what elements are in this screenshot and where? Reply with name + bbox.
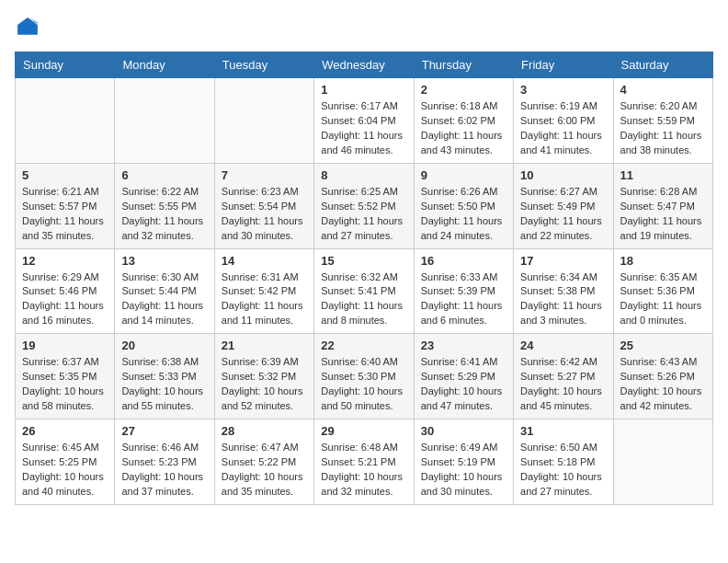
calendar-cell: 11Sunrise: 6:28 AM Sunset: 5:47 PM Dayli… [613, 163, 712, 248]
calendar-cell [115, 78, 214, 164]
calendar-cell: 22Sunrise: 6:40 AM Sunset: 5:30 PM Dayli… [314, 334, 414, 419]
day-number: 22 [321, 339, 406, 352]
calendar-cell [613, 419, 712, 505]
day-number: 12 [22, 254, 108, 268]
cell-content: Sunrise: 6:43 AM Sunset: 5:26 PM Dayligh… [620, 355, 706, 414]
cell-content: Sunrise: 6:39 AM Sunset: 5:32 PM Dayligh… [222, 355, 307, 414]
day-number: 14 [222, 254, 307, 268]
day-number: 10 [520, 168, 606, 182]
day-number: 25 [620, 339, 706, 352]
cell-content: Sunrise: 6:50 AM Sunset: 5:18 PM Dayligh… [520, 441, 606, 500]
calendar-cell: 13Sunrise: 6:30 AM Sunset: 5:44 PM Dayli… [115, 248, 214, 334]
cell-content: Sunrise: 6:45 AM Sunset: 5:25 PM Dayligh… [22, 441, 108, 500]
calendar-cell: 2Sunrise: 6:18 AM Sunset: 6:02 PM Daylig… [414, 78, 513, 164]
cell-content: Sunrise: 6:29 AM Sunset: 5:46 PM Dayligh… [22, 270, 108, 329]
calendar-cell: 1Sunrise: 6:17 AM Sunset: 6:04 PM Daylig… [314, 78, 414, 164]
day-number: 7 [222, 168, 307, 182]
header [15, 15, 713, 40]
calendar-cell [214, 78, 313, 164]
calendar-header-saturday: Saturday [613, 52, 712, 78]
svg-marker-0 [17, 17, 38, 35]
cell-content: Sunrise: 6:28 AM Sunset: 5:47 PM Dayligh… [620, 185, 706, 244]
calendar-header-row: SundayMondayTuesdayWednesdayThursdayFrid… [16, 52, 713, 78]
day-number: 28 [222, 424, 307, 438]
calendar-cell: 8Sunrise: 6:25 AM Sunset: 5:52 PM Daylig… [314, 163, 414, 248]
calendar-header-thursday: Thursday [414, 52, 513, 78]
calendar-week-row: 5Sunrise: 6:21 AM Sunset: 5:57 PM Daylig… [16, 163, 713, 248]
calendar-cell: 25Sunrise: 6:43 AM Sunset: 5:26 PM Dayli… [613, 334, 712, 419]
day-number: 8 [321, 168, 406, 182]
calendar-cell: 12Sunrise: 6:29 AM Sunset: 5:46 PM Dayli… [16, 248, 115, 334]
cell-content: Sunrise: 6:49 AM Sunset: 5:19 PM Dayligh… [421, 441, 506, 500]
day-number: 15 [321, 254, 406, 268]
calendar-cell: 6Sunrise: 6:22 AM Sunset: 5:55 PM Daylig… [115, 163, 214, 248]
day-number: 11 [620, 168, 706, 182]
day-number: 27 [121, 424, 207, 438]
cell-content: Sunrise: 6:21 AM Sunset: 5:57 PM Dayligh… [22, 185, 108, 244]
cell-content: Sunrise: 6:31 AM Sunset: 5:42 PM Dayligh… [222, 270, 307, 329]
day-number: 21 [222, 339, 307, 352]
calendar-cell: 31Sunrise: 6:50 AM Sunset: 5:18 PM Dayli… [514, 419, 613, 505]
calendar-cell: 9Sunrise: 6:26 AM Sunset: 5:50 PM Daylig… [414, 163, 513, 248]
day-number: 4 [620, 83, 706, 97]
calendar-cell: 5Sunrise: 6:21 AM Sunset: 5:57 PM Daylig… [16, 163, 115, 248]
calendar-cell: 28Sunrise: 6:47 AM Sunset: 5:22 PM Dayli… [214, 419, 313, 505]
day-number: 9 [421, 168, 506, 182]
cell-content: Sunrise: 6:32 AM Sunset: 5:41 PM Dayligh… [321, 270, 406, 329]
calendar-cell: 29Sunrise: 6:48 AM Sunset: 5:21 PM Dayli… [314, 419, 414, 505]
calendar-cell: 24Sunrise: 6:42 AM Sunset: 5:27 PM Dayli… [514, 334, 613, 419]
calendar-cell: 14Sunrise: 6:31 AM Sunset: 5:42 PM Dayli… [214, 248, 313, 334]
calendar-week-row: 19Sunrise: 6:37 AM Sunset: 5:35 PM Dayli… [16, 334, 713, 419]
day-number: 17 [520, 254, 606, 268]
calendar-cell: 4Sunrise: 6:20 AM Sunset: 5:59 PM Daylig… [613, 78, 712, 164]
day-number: 30 [421, 424, 506, 438]
calendar-cell: 10Sunrise: 6:27 AM Sunset: 5:49 PM Dayli… [514, 163, 613, 248]
calendar-header-sunday: Sunday [16, 52, 115, 78]
day-number: 23 [421, 339, 506, 352]
cell-content: Sunrise: 6:33 AM Sunset: 5:39 PM Dayligh… [421, 270, 506, 329]
cell-content: Sunrise: 6:41 AM Sunset: 5:29 PM Dayligh… [421, 355, 506, 414]
calendar-header-tuesday: Tuesday [214, 52, 313, 78]
cell-content: Sunrise: 6:20 AM Sunset: 5:59 PM Dayligh… [620, 99, 706, 158]
cell-content: Sunrise: 6:40 AM Sunset: 5:30 PM Dayligh… [321, 355, 406, 414]
calendar-header-wednesday: Wednesday [314, 52, 414, 78]
day-number: 18 [620, 254, 706, 268]
calendar-cell: 26Sunrise: 6:45 AM Sunset: 5:25 PM Dayli… [16, 419, 115, 505]
calendar: SundayMondayTuesdayWednesdayThursdayFrid… [15, 52, 713, 505]
cell-content: Sunrise: 6:42 AM Sunset: 5:27 PM Dayligh… [520, 355, 606, 414]
cell-content: Sunrise: 6:37 AM Sunset: 5:35 PM Dayligh… [22, 355, 108, 414]
cell-content: Sunrise: 6:19 AM Sunset: 6:00 PM Dayligh… [520, 99, 606, 158]
calendar-cell: 20Sunrise: 6:38 AM Sunset: 5:33 PM Dayli… [115, 334, 214, 419]
day-number: 24 [520, 339, 606, 352]
cell-content: Sunrise: 6:38 AM Sunset: 5:33 PM Dayligh… [121, 355, 207, 414]
cell-content: Sunrise: 6:22 AM Sunset: 5:55 PM Dayligh… [121, 185, 207, 244]
calendar-cell: 3Sunrise: 6:19 AM Sunset: 6:00 PM Daylig… [514, 78, 613, 164]
cell-content: Sunrise: 6:47 AM Sunset: 5:22 PM Dayligh… [222, 441, 307, 500]
day-number: 20 [121, 339, 207, 352]
calendar-cell: 15Sunrise: 6:32 AM Sunset: 5:41 PM Dayli… [314, 248, 414, 334]
calendar-header-monday: Monday [115, 52, 214, 78]
cell-content: Sunrise: 6:48 AM Sunset: 5:21 PM Dayligh… [321, 441, 406, 500]
calendar-cell: 16Sunrise: 6:33 AM Sunset: 5:39 PM Dayli… [414, 248, 513, 334]
calendar-cell: 30Sunrise: 6:49 AM Sunset: 5:19 PM Dayli… [414, 419, 513, 505]
cell-content: Sunrise: 6:23 AM Sunset: 5:54 PM Dayligh… [222, 185, 307, 244]
calendar-cell: 19Sunrise: 6:37 AM Sunset: 5:35 PM Dayli… [16, 334, 115, 419]
day-number: 3 [520, 83, 606, 97]
calendar-week-row: 26Sunrise: 6:45 AM Sunset: 5:25 PM Dayli… [16, 419, 713, 505]
day-number: 6 [121, 168, 207, 182]
calendar-cell: 27Sunrise: 6:46 AM Sunset: 5:23 PM Dayli… [115, 419, 214, 505]
cell-content: Sunrise: 6:18 AM Sunset: 6:02 PM Dayligh… [421, 99, 506, 158]
day-number: 5 [22, 168, 108, 182]
calendar-cell: 17Sunrise: 6:34 AM Sunset: 5:38 PM Dayli… [514, 248, 613, 334]
day-number: 26 [22, 424, 108, 438]
cell-content: Sunrise: 6:35 AM Sunset: 5:36 PM Dayligh… [620, 270, 706, 329]
day-number: 1 [321, 83, 406, 97]
calendar-header-friday: Friday [514, 52, 613, 78]
day-number: 2 [421, 83, 506, 97]
cell-content: Sunrise: 6:30 AM Sunset: 5:44 PM Dayligh… [121, 270, 207, 329]
cell-content: Sunrise: 6:46 AM Sunset: 5:23 PM Dayligh… [121, 441, 207, 500]
day-number: 31 [520, 424, 606, 438]
logo [15, 15, 44, 40]
calendar-cell: 18Sunrise: 6:35 AM Sunset: 5:36 PM Dayli… [613, 248, 712, 334]
logo-icon [15, 15, 40, 40]
